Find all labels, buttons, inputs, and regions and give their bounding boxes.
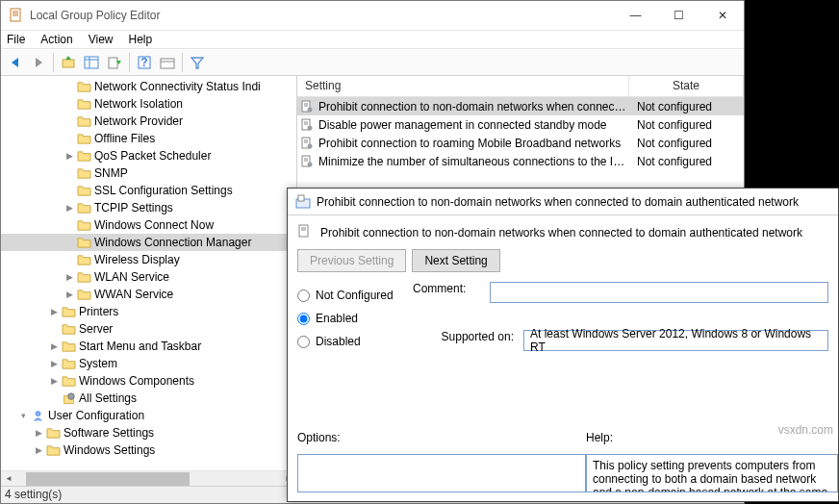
menu-file[interactable]: File — [7, 33, 25, 46]
dialog-heading: Prohibit connection to non-domain networ… — [320, 226, 802, 239]
titlebar[interactable]: Local Group Policy Editor — ☐ ✕ — [1, 1, 744, 30]
expander-icon[interactable]: ▶ — [47, 359, 61, 368]
expander-icon[interactable]: ▶ — [32, 428, 45, 438]
show-hide-icon[interactable] — [81, 52, 102, 73]
tree-item[interactable]: ▾User Configuration — [1, 407, 296, 424]
close-button[interactable]: ✕ — [700, 1, 744, 30]
folder-icon — [61, 373, 76, 389]
list-row[interactable]: Disable power management in connected st… — [297, 115, 744, 134]
expander-icon[interactable]: ▶ — [47, 376, 61, 386]
tree-item[interactable]: Network Isolation — [1, 95, 296, 113]
tree-item[interactable]: All Settings — [1, 390, 296, 407]
column-setting[interactable]: Setting — [297, 76, 629, 96]
folder-icon — [76, 217, 91, 233]
folder-icon — [76, 113, 91, 129]
svg-point-24 — [308, 107, 313, 112]
tree-item[interactable]: Network Connectivity Status Indi — [1, 78, 296, 95]
tree-item[interactable]: Windows Connection Manager — [1, 234, 296, 251]
properties-icon[interactable] — [157, 52, 178, 73]
expander-icon[interactable]: ▶ — [63, 290, 76, 299]
tree-item[interactable]: ▶TCPIP Settings — [1, 199, 296, 216]
tree-item-label: Windows Components — [79, 374, 194, 388]
tree-item[interactable]: Windows Connect Now — [1, 216, 296, 234]
folder-icon — [76, 131, 91, 146]
folder-icon — [76, 287, 91, 302]
help-icon[interactable]: ? — [134, 52, 155, 73]
expander-icon[interactable]: ▶ — [63, 203, 76, 213]
up-icon[interactable] — [58, 52, 79, 73]
tree-item-label: Server — [79, 322, 113, 336]
tree-item[interactable]: ▶System — [1, 355, 296, 372]
filter-icon[interactable] — [187, 52, 208, 73]
tree-pane[interactable]: Network Connectivity Status IndiNetwork … — [1, 76, 297, 486]
tree-item-label: System — [79, 357, 117, 370]
folder-icon — [61, 356, 76, 371]
forward-icon[interactable] — [28, 52, 49, 73]
options-label: Options: — [297, 429, 586, 450]
tree-item[interactable]: ▶QoS Packet Scheduler — [1, 147, 296, 164]
user-icon — [30, 408, 45, 423]
tree-item[interactable]: ▶Printers — [1, 303, 296, 320]
next-setting-button[interactable]: Next Setting — [412, 249, 499, 272]
back-icon[interactable] — [5, 52, 26, 73]
folder-icon — [76, 235, 91, 250]
tree-item[interactable]: Offline Files — [1, 130, 296, 147]
tree-item[interactable]: SNMP — [1, 164, 296, 182]
expander-icon[interactable]: ▶ — [47, 341, 61, 351]
tree-item[interactable]: Network Provider — [1, 113, 296, 130]
minimize-button[interactable]: — — [614, 1, 657, 30]
column-state[interactable]: State — [629, 76, 744, 96]
tree-scrollbar[interactable]: ◄► — [1, 470, 296, 486]
export-icon[interactable] — [104, 52, 125, 73]
options-box[interactable] — [297, 454, 586, 492]
tree-item[interactable]: ▶Start Menu and Taskbar — [1, 338, 296, 355]
menu-view[interactable]: View — [89, 33, 114, 46]
menu-action[interactable]: Action — [40, 33, 72, 46]
dialog-titlebar[interactable]: Prohibit connection to non-domain networ… — [288, 189, 838, 215]
folder-icon — [76, 183, 91, 198]
svg-point-28 — [308, 125, 313, 130]
watermark: vsxdn.com — [778, 423, 833, 437]
expander-icon[interactable]: ▶ — [47, 307, 61, 316]
tree-item[interactable]: ▶Windows Components — [1, 372, 296, 390]
tree-item-label: Offline Files — [94, 132, 155, 145]
tree-item[interactable]: ▶Software Settings — [1, 424, 296, 441]
svg-marker-17 — [191, 58, 203, 68]
help-text: This policy setting prevents computers f… — [586, 454, 838, 492]
setting-icon — [297, 137, 317, 150]
svg-marker-4 — [12, 58, 18, 67]
menu-help[interactable]: Help — [129, 33, 153, 46]
maximize-button[interactable]: ☐ — [657, 1, 700, 30]
tree-item[interactable]: ▶WWAN Service — [1, 286, 296, 303]
tree-item[interactable]: ▶Windows Settings — [1, 441, 296, 459]
setting-state: Not configured — [629, 118, 712, 132]
folder-icon — [61, 321, 76, 337]
list-row[interactable]: Prohibit connection to roaming Mobile Br… — [297, 134, 744, 152]
svg-text:?: ? — [140, 56, 147, 69]
supported-label: Supported on: — [413, 330, 514, 351]
radio-enabled[interactable]: Enabled — [297, 307, 413, 330]
radio-disabled[interactable]: Disabled — [297, 330, 413, 353]
comment-label: Comment: — [413, 282, 480, 303]
radio-not-configured[interactable]: Not Configured — [297, 284, 413, 307]
tree-item-label: WLAN Service — [94, 270, 169, 284]
expander-icon[interactable]: ▶ — [32, 445, 45, 455]
folder-icon — [76, 252, 91, 267]
expander-icon[interactable]: ▶ — [63, 151, 76, 161]
setting-icon — [297, 155, 317, 168]
list-row[interactable]: Minimize the number of simultaneous conn… — [297, 152, 744, 170]
tree-item[interactable]: Wireless Display — [1, 251, 296, 268]
supported-field: At least Windows Server 2012, Windows 8 … — [523, 330, 828, 351]
comment-field[interactable] — [490, 282, 828, 303]
tree-item[interactable]: Server — [1, 320, 296, 338]
tree-item[interactable]: ▶WLAN Service — [1, 268, 296, 286]
expander-icon[interactable]: ▾ — [16, 411, 30, 420]
list-row[interactable]: Prohibit connection to non-domain networ… — [297, 97, 744, 115]
tree-item-label: Wireless Display — [94, 253, 180, 266]
svg-point-19 — [67, 392, 74, 399]
tree-item[interactable]: SSL Configuration Settings — [1, 182, 296, 199]
tree-item-label: QoS Packet Scheduler — [94, 149, 211, 163]
expander-icon[interactable]: ▶ — [63, 272, 76, 282]
dialog-title: Prohibit connection to non-domain networ… — [317, 195, 799, 209]
svg-marker-7 — [65, 56, 71, 60]
